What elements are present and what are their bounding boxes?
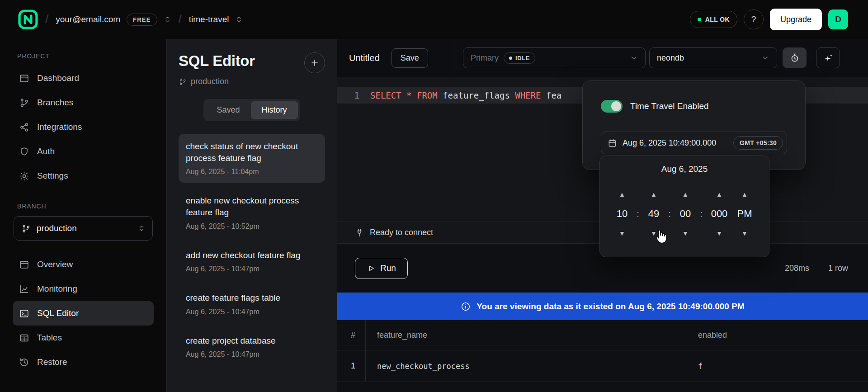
column-header: # (337, 320, 366, 350)
code-text: SELECT * FROM feature_flags WHERE fea (370, 90, 561, 100)
topbar: / your@email.com FREE / time-travel ALL … (0, 0, 868, 39)
branch-selector[interactable]: production (14, 216, 153, 241)
cell-enabled: f (698, 350, 703, 382)
datetime-input[interactable]: Aug 6, 2025 10:49:00.000 GMT +05:30 (601, 132, 787, 154)
row-number: 1 (337, 350, 366, 382)
meridiem-up-arrow[interactable]: ▲ (741, 190, 748, 198)
new-query-button[interactable] (304, 52, 325, 73)
history-icon (19, 357, 29, 368)
history-item[interactable]: create project database Aug 6, 2025 - 10… (179, 328, 325, 366)
terminal-icon (19, 308, 29, 319)
table-icon (19, 333, 29, 343)
column-header: feature_name (366, 320, 698, 350)
chevrons-up-down-icon (164, 14, 171, 25)
sidebar-item-overview[interactable]: Overview (13, 252, 154, 277)
window-icon (19, 260, 29, 270)
banner-text: You are viewing data as it existed on Au… (476, 302, 744, 312)
hours-down-arrow[interactable]: ▼ (619, 229, 625, 237)
query-tab-title[interactable]: Untitled (349, 53, 380, 63)
sidebar-item-auth[interactable]: Auth (13, 139, 154, 164)
minutes-down-arrow[interactable]: ▼ (651, 229, 657, 237)
compute-status-badge: IDLE (504, 52, 535, 64)
ai-assist-button[interactable] (816, 47, 840, 68)
minutes-up-arrow[interactable]: ▲ (651, 190, 657, 198)
calendar-icon (608, 138, 617, 148)
row-count: 1 row (828, 264, 848, 273)
plus-icon (310, 58, 320, 68)
table-row[interactable]: 1 new_checkout_process f (337, 350, 868, 382)
compute-selector[interactable]: Primary IDLE (463, 47, 646, 68)
picker-date: Aug 6, 2025 (600, 163, 769, 175)
millis-up-arrow[interactable]: ▲ (716, 190, 722, 198)
millis-down-arrow[interactable]: ▼ (716, 229, 722, 237)
seconds-up-arrow[interactable]: ▲ (682, 190, 689, 198)
run-button[interactable]: Run (355, 258, 408, 279)
chevron-down-icon (761, 54, 769, 62)
sidebar-item-settings[interactable]: Settings (13, 164, 154, 188)
tab-history[interactable]: History (251, 101, 298, 119)
history-list: check status of new checkout process fea… (179, 134, 325, 365)
time-separator: : (632, 205, 643, 223)
project-menu-button[interactable] (235, 14, 243, 25)
seconds-down-arrow[interactable]: ▼ (682, 229, 689, 237)
hours-up-arrow[interactable]: ▲ (619, 190, 625, 198)
sidebar-item-monitoring[interactable]: Monitoring (13, 277, 154, 301)
column-header: enabled (698, 320, 727, 350)
breadcrumb-separator: / (45, 12, 48, 26)
account-menu-button[interactable] (164, 14, 171, 25)
query-duration: 208ms (785, 264, 809, 273)
sidebar: PROJECT Dashboard Branches Integrations … (0, 39, 167, 392)
sidebar-item-restore[interactable]: Restore (13, 350, 154, 374)
save-button[interactable]: Save (392, 48, 428, 68)
tab-saved[interactable]: Saved (206, 101, 250, 119)
plan-badge: FREE (127, 14, 157, 26)
millis-value: 000 (711, 205, 728, 223)
time-spinner: ▲ 10 ▼ : ▲ 49 ▼ : ▲ 00 ▼ : ▲ 000 ▼ ▲ PM … (600, 190, 769, 237)
hours-value: 10 (617, 205, 627, 223)
time-travel-button[interactable] (783, 47, 807, 68)
git-branch-icon (21, 224, 31, 233)
chevron-down-icon (630, 54, 638, 62)
upgrade-button[interactable]: Upgrade (770, 9, 822, 30)
help-button[interactable]: ? (744, 9, 764, 29)
stopwatch-icon (790, 53, 800, 63)
plug-icon (355, 228, 364, 237)
account-breadcrumb[interactable]: your@email.com (56, 14, 120, 24)
breadcrumb-separator: / (179, 12, 182, 26)
sidebar-item-integrations[interactable]: Integrations (13, 115, 154, 139)
git-branch-icon (19, 98, 29, 108)
time-separator: : (696, 205, 707, 223)
history-item[interactable]: create feature flags table Aug 6, 2025 -… (179, 285, 325, 323)
info-icon (461, 302, 471, 312)
sidebar-item-tables[interactable]: Tables (13, 326, 154, 350)
history-item[interactable]: enable new checkout process feature flag… (179, 188, 325, 237)
database-selector[interactable]: neondb (649, 47, 777, 68)
status-label: ALL OK (705, 16, 730, 23)
question-icon: ? (751, 14, 756, 24)
minutes-value: 49 (648, 205, 659, 223)
chevrons-up-down-icon (235, 14, 243, 25)
neon-logo-icon[interactable] (18, 9, 38, 29)
sidebar-item-dashboard[interactable]: Dashboard (13, 66, 154, 90)
datetime-value: Aug 6, 2025 10:49:00.000 (623, 138, 728, 148)
history-item[interactable]: check status of new checkout process fea… (179, 134, 325, 183)
results-header-row: # feature_name enabled (337, 320, 868, 350)
results-table: # feature_name enabled 1 new_checkout_pr… (337, 320, 868, 382)
history-item[interactable]: add new checkout feature flag Aug 6, 202… (179, 243, 325, 280)
sql-editor-panel: SQL Editor production Saved History chec… (167, 39, 337, 392)
time-travel-banner: You are viewing data as it existed on Au… (337, 293, 868, 320)
time-separator: : (664, 205, 675, 223)
system-status-pill[interactable]: ALL OK (690, 11, 737, 28)
sidebar-item-branches[interactable]: Branches (13, 90, 154, 115)
time-travel-toggle[interactable] (601, 100, 623, 113)
status-dot-icon (698, 18, 701, 21)
toggle-knob (611, 101, 621, 111)
sidebar-item-sql-editor[interactable]: SQL Editor (13, 301, 154, 326)
meridiem-down-arrow[interactable]: ▼ (741, 229, 748, 237)
project-section-label: PROJECT (17, 52, 154, 60)
project-breadcrumb[interactable]: time-travel (189, 14, 229, 24)
cell-feature-name: new_checkout_process (366, 350, 698, 382)
gear-icon (19, 171, 29, 181)
avatar[interactable]: D (828, 9, 848, 29)
datetime-picker-popup: Aug 6, 2025 ▲ 10 ▼ : ▲ 49 ▼ : ▲ 00 ▼ : ▲… (599, 156, 769, 257)
